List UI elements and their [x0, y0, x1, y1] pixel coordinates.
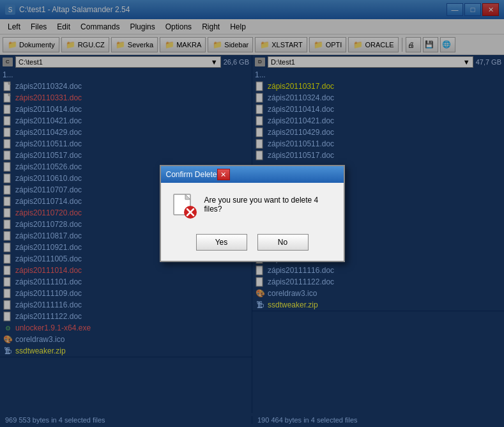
delete-warning-icon: [171, 193, 197, 219]
dialog-body: Are you sure you want to delete 4 files?: [161, 183, 344, 229]
dialog-message: Are you sure you want to delete 4 files?: [204, 193, 333, 214]
dialog-close-button[interactable]: ✕: [217, 169, 230, 180]
dialog-no-button[interactable]: No: [257, 234, 309, 251]
dialog-yes-button[interactable]: Yes: [196, 234, 247, 251]
dialog-title: Confirm Delete: [166, 170, 217, 179]
dialog-titlebar: Confirm Delete ✕: [161, 166, 344, 183]
confirm-delete-dialog: Confirm Delete ✕ Are yo: [160, 165, 345, 262]
modal-overlay: Confirm Delete ✕ Are yo: [0, 0, 504, 427]
dialog-buttons: Yes No: [161, 229, 344, 261]
